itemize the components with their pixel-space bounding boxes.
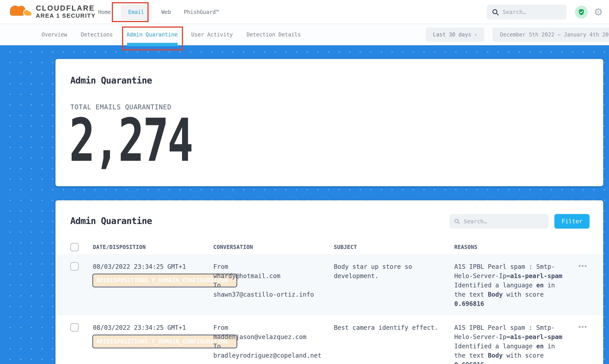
to-label: To bbox=[213, 342, 334, 351]
summary-card-title: Admin Quarantine bbox=[70, 75, 152, 85]
search-icon bbox=[492, 8, 499, 16]
logo-product-text: AREA 1 SECURITY bbox=[36, 12, 96, 19]
tab-overview[interactable]: Overview bbox=[41, 32, 67, 38]
chevron-down-icon: ▾ bbox=[474, 32, 477, 37]
tab-admin-quarantine[interactable]: Admin Quarantine bbox=[126, 32, 177, 38]
global-search bbox=[487, 5, 567, 19]
main-content-area: Admin Quarantine TOTAL EMAILS QUARANTINE… bbox=[0, 45, 609, 364]
from-label: From bbox=[213, 323, 334, 332]
shield-check-icon bbox=[577, 8, 585, 16]
nav-item-phishguard[interactable]: PhishGuard™ bbox=[181, 9, 222, 15]
active-tab-underline bbox=[127, 43, 178, 46]
quarantine-summary-card: Admin Quarantine TOTAL EMAILS QUARANTINE… bbox=[55, 59, 603, 186]
table-body: 08/03/2022 23:34:25 GMT+1 From whardy@ho… bbox=[55, 254, 603, 364]
cloudflare-cloud-icon bbox=[7, 2, 34, 21]
column-subject: SUBJECT bbox=[334, 244, 454, 250]
settings-gear-icon[interactable]: ⚙ bbox=[594, 5, 603, 19]
nav-item-email[interactable]: Email bbox=[121, 4, 152, 20]
tab-user-activity[interactable]: User Activity bbox=[191, 32, 233, 38]
top-navigation: Home Email Web PhishGuard™ bbox=[95, 0, 222, 24]
date-range-preset-label: Last 30 days bbox=[433, 32, 471, 38]
top-header: CLOUDFLARE AREA 1 SECURITY Home Email We… bbox=[0, 0, 609, 24]
to-email: shawn37@castillo-ortiz.info bbox=[213, 290, 334, 299]
row-subject: Body star up store so development. bbox=[334, 262, 446, 315]
row-conversation: From whardy@hotmail.com To shawn37@casti… bbox=[213, 262, 334, 315]
to-label: To bbox=[213, 281, 334, 290]
nav-item-web[interactable]: Web bbox=[158, 9, 174, 15]
table-search-input[interactable] bbox=[464, 218, 544, 225]
date-range-value[interactable]: December 5th 2022 — January 4th 2023 bbox=[492, 27, 609, 42]
filter-button[interactable]: Filter bbox=[555, 214, 590, 229]
table-header-row: DATE/DISPOSITION CONVERSATION SUBJECT RE… bbox=[55, 240, 603, 254]
account-protection-badge[interactable] bbox=[575, 6, 588, 19]
from-email: whardy@hotmail.com bbox=[213, 272, 334, 281]
row-reasons: A1S IPBL Pearl spam : Smtp-Helo-Server-I… bbox=[454, 262, 566, 315]
quarantine-table-card: Admin Quarantine Filter DATE/DISPOSITION… bbox=[55, 200, 603, 364]
column-date-disposition: DATE/DISPOSITION bbox=[93, 244, 213, 250]
table-card-title: Admin Quarantine bbox=[70, 216, 152, 226]
select-all-checkbox[interactable] bbox=[70, 243, 79, 251]
cloudflare-logo: CLOUDFLARE AREA 1 SECURITY bbox=[7, 2, 96, 21]
metric-value: 2,274 bbox=[69, 111, 192, 170]
row-conversation: From maddenjason@velazquez.com To bradle… bbox=[213, 323, 334, 364]
logo-brand-text: CLOUDFLARE bbox=[36, 4, 96, 12]
tab-detection-details[interactable]: Detection Details bbox=[246, 32, 301, 38]
search-icon bbox=[454, 218, 460, 225]
column-conversation: CONVERSATION bbox=[213, 244, 334, 250]
row-subject: Best camera identify effect. bbox=[334, 323, 446, 364]
global-search-input[interactable] bbox=[503, 9, 562, 15]
from-email: maddenjason@velazquez.com bbox=[213, 332, 334, 342]
to-email: bradleyrodriguez@copeland.net bbox=[213, 351, 334, 360]
table-search bbox=[449, 214, 548, 229]
from-label: From bbox=[213, 262, 334, 272]
row-checkbox[interactable] bbox=[70, 323, 79, 332]
email-section-tabs: Overview Detections Admin Quarantine Use… bbox=[0, 24, 609, 45]
area1-dashboard: CLOUDFLARE AREA 1 SECURITY Home Email We… bbox=[0, 0, 609, 364]
row-date: 08/03/2022 23:34:25 GMT+1 bbox=[93, 262, 213, 315]
nav-item-home[interactable]: Home bbox=[95, 9, 114, 15]
table-row[interactable]: 08/03/2022 23:34:25 GMT+1 From whardy@ho… bbox=[55, 254, 603, 315]
row-checkbox[interactable] bbox=[70, 262, 79, 271]
date-range-preset-button[interactable]: Last 30 days ▾ bbox=[426, 27, 484, 42]
table-row[interactable]: 08/03/2022 23:34:25 GMT+1 From maddenjas… bbox=[55, 315, 603, 364]
row-actions-ellipsis-icon[interactable]: ••• bbox=[579, 323, 588, 331]
row-reasons: A1S IPBL Pearl spam : Smtp-Helo-Server-I… bbox=[454, 323, 566, 364]
column-reasons: REASONS bbox=[454, 244, 579, 250]
tab-detections[interactable]: Detections bbox=[81, 32, 113, 38]
row-actions-ellipsis-icon[interactable]: ••• bbox=[579, 262, 588, 270]
